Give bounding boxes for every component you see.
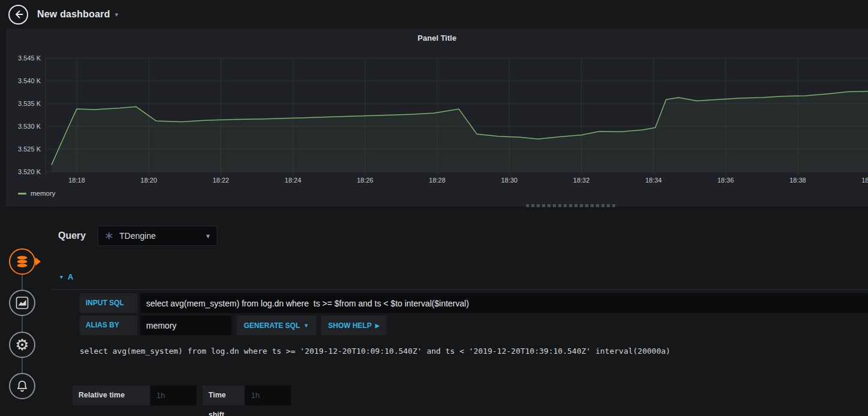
- grafana-edit-page: New dashboard ▾ Panel Title 3.520 K3.525…: [0, 0, 868, 416]
- time-shift-input[interactable]: [245, 385, 291, 405]
- generate-sql-button[interactable]: GENERATE SQL ▼: [237, 315, 316, 335]
- svg-text:3.525 K: 3.525 K: [18, 145, 41, 153]
- top-navbar: New dashboard ▾: [0, 0, 868, 29]
- query-ref-id: A: [68, 271, 73, 283]
- dashboard-title: New dashboard: [37, 9, 110, 20]
- alias-by-row: ALIAS BY GENERATE SQL ▼ SHOW HELP ▶: [80, 315, 868, 335]
- legend-series-color: [18, 193, 26, 195]
- tdengine-logo-icon: [104, 231, 114, 241]
- back-button[interactable]: [8, 5, 28, 25]
- tab-alert[interactable]: [9, 373, 35, 399]
- query-row-toggle[interactable]: ▾ A: [51, 271, 868, 290]
- input-sql-field[interactable]: [140, 293, 868, 313]
- collapse-caret-icon: ▾: [60, 271, 63, 283]
- bell-icon: [15, 379, 29, 393]
- svg-text:18:38: 18:38: [790, 177, 806, 184]
- graph-panel: Panel Title 3.520 K3.525 K3.530 K3.535 K…: [6, 29, 868, 207]
- panel-resize-scrollbar[interactable]: [526, 204, 617, 207]
- datasource-name: TDengine: [119, 231, 199, 241]
- show-help-button[interactable]: SHOW HELP ▶: [321, 315, 387, 335]
- svg-text:18:34: 18:34: [645, 177, 662, 184]
- relative-time-input[interactable]: [150, 385, 196, 405]
- svg-text:18:20: 18:20: [141, 177, 158, 184]
- relative-time-label: Relative time: [72, 385, 150, 405]
- query-header: Query TDengine ▼: [51, 226, 868, 246]
- svg-text:3.540 K: 3.540 K: [18, 77, 41, 84]
- time-shift-label: Time shift: [202, 385, 244, 405]
- svg-text:18:18: 18:18: [68, 177, 85, 184]
- svg-text:3.535 K: 3.535 K: [18, 100, 41, 107]
- database-icon: [15, 254, 29, 269]
- svg-text:18:24: 18:24: [285, 177, 301, 184]
- svg-text:3.545 K: 3.545 K: [18, 54, 41, 62]
- svg-text:18:40: 18:40: [861, 177, 868, 184]
- query-editor-section: Query TDengine ▼ ▾ A INPUT SQL: [51, 221, 868, 405]
- legend-series-label[interactable]: memory: [31, 190, 56, 197]
- chevron-down-icon: ▾: [115, 11, 119, 19]
- svg-text:18:28: 18:28: [429, 177, 446, 184]
- query-options-row: Relative time Time shift: [72, 385, 868, 405]
- datasource-picker[interactable]: TDengine ▼: [98, 226, 217, 246]
- panel-chart-svg[interactable]: 3.520 K3.525 K3.530 K3.535 K3.540 K3.545…: [6, 29, 868, 190]
- chevron-down-icon: ▼: [304, 323, 309, 329]
- tab-general[interactable]: ⚙: [9, 332, 35, 358]
- edit-tabs-rail: [22, 262, 23, 386]
- graph-icon: [15, 296, 29, 310]
- svg-text:3.520 K: 3.520 K: [18, 168, 41, 175]
- chevron-down-icon: ▼: [205, 233, 211, 239]
- query-section-title: Query: [58, 230, 86, 241]
- svg-text:18:30: 18:30: [501, 177, 518, 184]
- dashboard-title-menu[interactable]: New dashboard ▾: [37, 9, 118, 20]
- alias-by-label: ALIAS BY: [80, 315, 138, 335]
- svg-text:18:26: 18:26: [357, 177, 374, 184]
- tab-queries[interactable]: [9, 248, 35, 275]
- input-sql-label: INPUT SQL: [80, 293, 138, 313]
- svg-text:3.530 K: 3.530 K: [18, 123, 41, 130]
- alias-by-field[interactable]: [140, 315, 232, 335]
- show-help-label: SHOW HELP: [328, 321, 372, 330]
- gear-icon: ⚙: [15, 337, 29, 353]
- active-tab-arrow-icon: [35, 257, 41, 266]
- chevron-right-icon: ▶: [375, 323, 379, 329]
- svg-text:18:22: 18:22: [213, 177, 229, 184]
- generated-sql-text: select avg(mem_system) from log.dn where…: [80, 344, 868, 359]
- legend: memory: [18, 190, 56, 197]
- arrow-left-icon: [13, 9, 24, 20]
- tab-visualization[interactable]: [9, 290, 35, 316]
- generate-sql-label: GENERATE SQL: [244, 321, 300, 330]
- input-sql-row: INPUT SQL: [80, 293, 868, 313]
- svg-text:18:32: 18:32: [573, 177, 590, 184]
- svg-text:18:36: 18:36: [718, 177, 734, 184]
